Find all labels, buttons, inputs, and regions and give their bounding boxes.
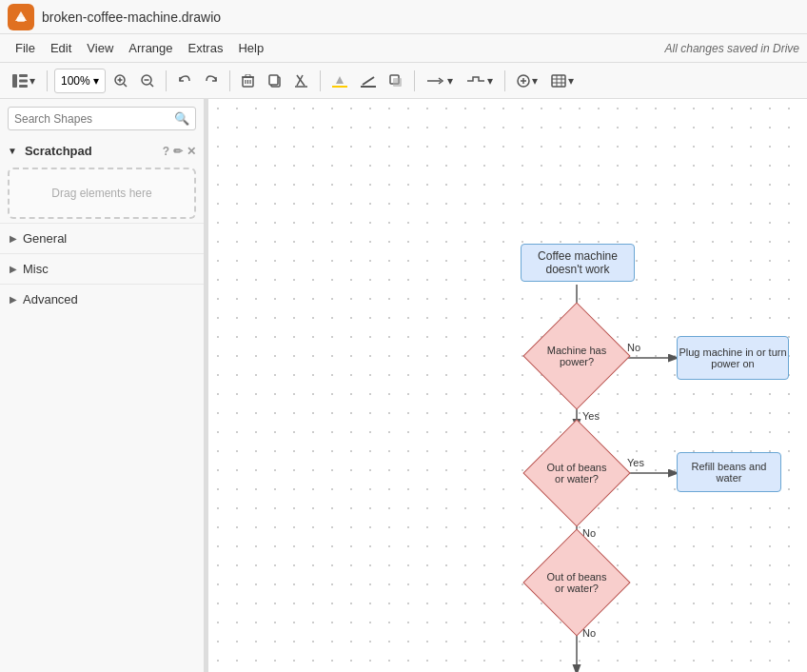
node-d3-label: Out of beans or water?: [543, 571, 610, 594]
svg-rect-4: [19, 79, 28, 82]
scratchpad-close[interactable]: ✕: [187, 145, 196, 158]
general-chevron: ▶: [10, 233, 17, 244]
node-d3[interactable]: Out of beans or water?: [539, 544, 615, 621]
sidebar: 🔍 ▼ Scratchpad ? ✏ ✕ Drag elements here …: [0, 99, 205, 672]
separator-3: [229, 70, 230, 91]
insert-button[interactable]: ▾: [512, 69, 542, 93]
table-button[interactable]: ▾: [546, 69, 579, 93]
svg-line-12: [150, 84, 153, 87]
separator-5: [414, 70, 415, 91]
shadow-button[interactable]: [384, 69, 407, 93]
zoom-in-button[interactable]: [109, 69, 132, 93]
separator-1: [47, 70, 48, 91]
node-start[interactable]: Coffee machine doesn't work: [521, 244, 635, 282]
diagram-canvas[interactable]: No Yes Yes No No Coffee machine doesn't …: [208, 99, 807, 672]
svg-rect-3: [19, 74, 28, 77]
sidebar-section-general[interactable]: ▶ General: [0, 223, 204, 253]
svg-rect-24: [332, 86, 347, 88]
connector-style-button[interactable]: ▾: [422, 69, 458, 93]
svg-rect-1: [17, 17, 25, 22]
waypoint-style-button[interactable]: ▾: [462, 69, 498, 93]
node-refill-label: Refill beans and water: [678, 461, 780, 484]
diagram-svg: No Yes Yes No No: [208, 99, 807, 672]
menubar: File Edit View Arrange Extras Help All c…: [0, 34, 807, 63]
zoom-control[interactable]: 100% ▾: [54, 69, 106, 93]
sidebar-section-general-label: General: [23, 231, 67, 246]
cut-button[interactable]: [290, 69, 313, 93]
svg-rect-28: [393, 78, 402, 87]
svg-rect-2: [12, 74, 17, 88]
svg-line-25: [363, 77, 374, 85]
sidebar-section-advanced[interactable]: ▶ Advanced: [0, 284, 204, 314]
svg-rect-5: [19, 85, 28, 88]
sidebar-section-advanced-label: Advanced: [23, 292, 78, 306]
zoom-out-button[interactable]: [136, 69, 159, 93]
menu-file[interactable]: File: [8, 38, 43, 58]
search-input[interactable]: [14, 112, 170, 126]
svg-text:No: No: [582, 627, 596, 639]
svg-line-9: [124, 84, 127, 87]
line-color-button[interactable]: [356, 69, 381, 93]
app-logo: [8, 4, 34, 30]
svg-text:Yes: Yes: [627, 457, 644, 468]
sidebar-section-misc-label: Misc: [23, 262, 49, 276]
search-shapes-container: 🔍: [8, 107, 196, 130]
menu-arrange[interactable]: Arrange: [121, 38, 180, 58]
svg-rect-33: [552, 75, 565, 87]
separator-6: [504, 70, 505, 91]
scratchpad-help[interactable]: ?: [163, 145, 169, 158]
scratchpad-actions: ? ✏ ✕: [163, 145, 196, 158]
menu-help[interactable]: Help: [230, 38, 271, 58]
node-d2-label: Out of beans or water?: [543, 462, 610, 484]
scratchpad-label: Scratchpad: [25, 144, 92, 158]
undo-button[interactable]: [173, 69, 196, 93]
misc-chevron: ▶: [10, 264, 17, 274]
node-start-label: Coffee machine doesn't work: [522, 249, 634, 276]
node-plug[interactable]: Plug machine in or turn power on: [677, 336, 789, 380]
node-plug-label: Plug machine in or turn power on: [678, 346, 788, 369]
svg-rect-20: [269, 75, 278, 85]
node-d1-label: Machine has power?: [543, 345, 610, 367]
menu-view[interactable]: View: [79, 38, 121, 58]
scratchpad-header: ▼ Scratchpad ? ✏ ✕: [0, 138, 204, 164]
separator-2: [166, 70, 167, 91]
node-d1[interactable]: Machine has power?: [539, 318, 615, 394]
menu-extras[interactable]: Extras: [181, 38, 231, 58]
titlebar: broken-coffee-machine.drawio: [0, 0, 807, 34]
svg-rect-15: [246, 74, 250, 77]
scratchpad-drop-zone: Drag elements here: [8, 168, 196, 219]
svg-text:No: No: [627, 342, 640, 353]
toggle-panel-button[interactable]: ▾: [8, 69, 40, 93]
title-text: broken-coffee-machine.drawio: [42, 10, 221, 25]
node-d2[interactable]: Out of beans or water?: [539, 435, 615, 511]
svg-rect-26: [361, 86, 376, 88]
copy-button[interactable]: [264, 69, 286, 93]
scratchpad-edit[interactable]: ✏: [173, 145, 183, 158]
saved-status: All changes saved in Drive: [665, 42, 799, 55]
search-icon: 🔍: [174, 111, 189, 126]
fill-color-button[interactable]: [327, 69, 352, 93]
scratchpad-chevron: ▼: [8, 146, 17, 156]
separator-4: [320, 70, 321, 91]
advanced-chevron: ▶: [10, 294, 17, 305]
menu-edit[interactable]: Edit: [43, 38, 79, 58]
redo-button[interactable]: [200, 69, 223, 93]
svg-text:Yes: Yes: [582, 410, 600, 422]
main-area: 🔍 ▼ Scratchpad ? ✏ ✕ Drag elements here …: [0, 99, 807, 672]
sidebar-section-misc[interactable]: ▶ Misc: [0, 253, 204, 284]
toolbar: ▾ 100% ▾ ▾ ▾: [0, 63, 807, 99]
delete-button[interactable]: [237, 69, 260, 93]
scratchpad-drop-label: Drag elements here: [51, 187, 151, 200]
node-refill[interactable]: Refill beans and water: [677, 452, 781, 492]
zoom-level: 100%: [61, 74, 90, 88]
